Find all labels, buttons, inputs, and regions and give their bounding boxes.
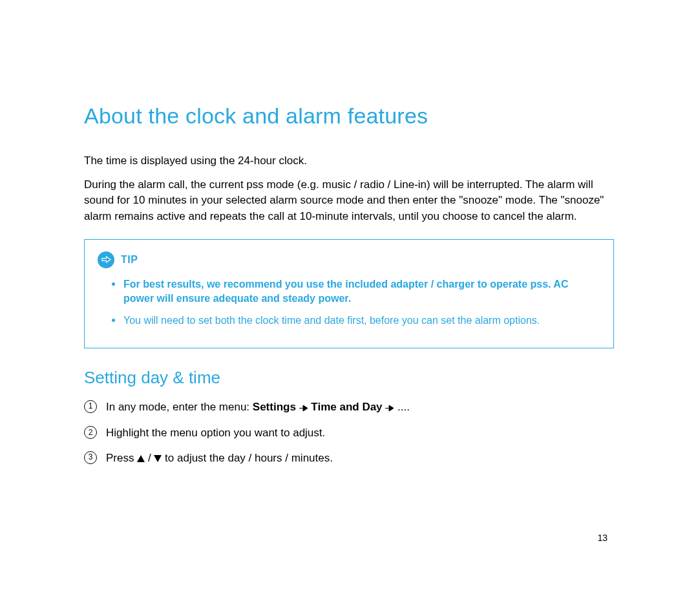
step-item: 1 In any mode, enter the menu: Settings … xyxy=(84,399,614,417)
tip-item-text: For best results, we recommend you use t… xyxy=(123,279,568,304)
tip-callout: TIP For best results, we recommend you u… xyxy=(84,239,614,348)
tip-label: TIP xyxy=(121,254,138,266)
step-text-fragment: Press xyxy=(106,452,137,464)
step-text-fragment: .... xyxy=(394,401,410,413)
intro-paragraph-1: The time is displayed using the 24-hour … xyxy=(84,153,614,169)
step-item: 2 Highlight the menu option you want to … xyxy=(84,425,614,441)
page-number: 13 xyxy=(597,533,608,543)
intro-paragraph-2: During the alarm call, the current pss m… xyxy=(84,177,614,225)
tip-item-text: You will need to set both the clock time… xyxy=(123,315,540,326)
step-number-badge: 3 xyxy=(84,451,97,464)
triangle-down-icon xyxy=(154,451,162,467)
section-heading: Setting day & time xyxy=(84,368,614,388)
tip-item: For best results, we recommend you use t… xyxy=(123,277,598,306)
tip-item: You will need to set both the clock time… xyxy=(123,313,598,328)
triangle-up-icon xyxy=(137,451,145,467)
bullet-icon xyxy=(112,319,115,322)
step-number-badge: 2 xyxy=(84,426,97,439)
arrow-right-icon xyxy=(299,401,308,417)
tip-header: TIP xyxy=(98,251,598,268)
step-number-badge: 1 xyxy=(84,400,97,413)
menu-path-bold: Time and Day xyxy=(311,401,382,413)
arrow-right-icon xyxy=(98,251,114,268)
step-text-fragment: / xyxy=(145,452,154,464)
step-text: Press / to adjust the day / hours / minu… xyxy=(106,451,614,467)
step-text: In any mode, enter the menu: Settings Ti… xyxy=(106,399,614,417)
arrow-right-icon xyxy=(385,401,394,417)
step-text: Highlight the menu option you want to ad… xyxy=(106,425,614,441)
step-text-fragment: to adjust the day / hours / minutes. xyxy=(162,452,333,464)
tip-list: For best results, we recommend you use t… xyxy=(98,277,598,328)
page-title: About the clock and alarm features xyxy=(84,103,614,129)
bullet-icon xyxy=(112,282,115,286)
menu-path-bold: Settings xyxy=(253,401,296,413)
step-item: 3 Press / to adjust the day / hours / mi… xyxy=(84,451,614,467)
step-list: 1 In any mode, enter the menu: Settings … xyxy=(84,399,614,467)
step-text-fragment: In any mode, enter the menu: xyxy=(106,401,253,413)
